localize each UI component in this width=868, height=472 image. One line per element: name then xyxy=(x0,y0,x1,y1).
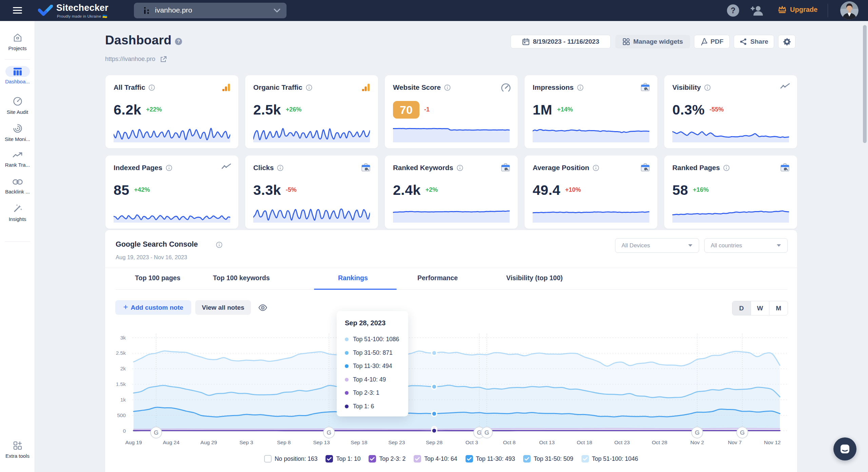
info-icon[interactable] xyxy=(166,165,172,171)
sidebar-item-site-audit[interactable]: Site Audit xyxy=(0,96,35,115)
google-update-marker[interactable]: G xyxy=(151,427,162,438)
view-all-notes-button[interactable]: View all notes xyxy=(195,300,251,315)
sparkline-chart xyxy=(672,206,789,223)
chart-legend: No position: 163Top 1: 10Top 2-3: 2Top 4… xyxy=(105,455,797,463)
google-analytics-icon xyxy=(221,83,231,92)
card-value: 2.4k xyxy=(393,181,421,199)
page-scrollbar-thumb[interactable] xyxy=(863,25,867,143)
tab-top-100-pages[interactable]: Top 100 pages xyxy=(135,274,180,282)
upgrade-button[interactable]: Upgrade xyxy=(777,5,817,14)
info-icon[interactable] xyxy=(149,84,155,91)
sidebar-item-insights[interactable]: Insights xyxy=(0,203,35,222)
checked-checkbox[interactable] xyxy=(369,455,376,463)
granularity-w[interactable]: W xyxy=(751,301,770,315)
legend-item-top-11-30[interactable]: Top 11-30: 493 xyxy=(466,455,515,463)
card-title: Indexed Pages xyxy=(114,164,172,172)
sparkline-chart xyxy=(533,125,649,142)
info-icon[interactable] xyxy=(277,165,283,171)
info-icon[interactable] xyxy=(593,165,599,171)
svg-text:G: G xyxy=(485,429,489,436)
share-button[interactable]: Share xyxy=(734,35,774,48)
metric-card-visibility: Visibility0.3%-55% xyxy=(664,75,797,148)
invite-user-icon[interactable] xyxy=(750,5,764,16)
countries-select[interactable]: All countries xyxy=(704,238,788,253)
dashboard-icon xyxy=(5,66,30,77)
app-logo[interactable]: Sitechecker xyxy=(56,3,108,13)
info-icon[interactable] xyxy=(306,84,312,91)
legend-label: Top 4-10: 64 xyxy=(424,455,457,463)
tooltip-series-value: Top 11-30: 494 xyxy=(353,363,392,370)
card-delta: +22% xyxy=(146,106,162,113)
series-color-dot xyxy=(345,405,349,408)
checked-checkbox[interactable] xyxy=(326,455,333,463)
info-icon[interactable] xyxy=(444,84,451,91)
info-icon[interactable] xyxy=(723,165,730,171)
checked-checkbox[interactable] xyxy=(414,455,421,463)
google-update-marker[interactable]: G xyxy=(323,427,335,438)
checked-checkbox[interactable] xyxy=(581,455,589,463)
checked-checkbox[interactable] xyxy=(523,455,531,463)
google-update-marker[interactable]: G xyxy=(692,427,703,438)
info-icon[interactable] xyxy=(216,242,222,248)
info-icon[interactable] xyxy=(457,165,463,171)
project-name: ivanhoe.pro xyxy=(155,6,192,14)
google-update-marker[interactable]: G xyxy=(481,427,492,438)
chat-launcher-button[interactable] xyxy=(833,437,856,460)
legend-label: Top 51-100: 1046 xyxy=(592,455,638,463)
tab-visibility-top-100[interactable]: Visibility (top 100) xyxy=(506,274,563,282)
crown-icon xyxy=(777,5,787,14)
tooltip-row: Top 2-3: 1 xyxy=(345,386,408,400)
metric-card-website-score: Website Score70-1 xyxy=(385,75,518,148)
sidebar-item-backlink[interactable]: Backlink ... xyxy=(0,177,35,194)
pdf-export-button[interactable]: PDF xyxy=(694,35,730,48)
rankings-stacked-area-chart[interactable]: 05001k1.5k2k2.5k3kAug 19Aug 24Aug 29Sep … xyxy=(112,324,790,452)
settings-button[interactable] xyxy=(778,35,795,48)
gear-icon xyxy=(783,38,791,46)
tab-performance[interactable]: Performance xyxy=(417,274,458,282)
help-icon[interactable]: ? xyxy=(727,4,739,17)
project-selector[interactable]: ivanhoe.pro xyxy=(134,3,287,18)
google-update-marker[interactable]: G xyxy=(737,427,748,438)
tooltip-row: Top 51-100: 1086 xyxy=(345,333,408,346)
card-value: 1M xyxy=(533,101,552,119)
sidebar-item-projects[interactable]: Projects xyxy=(0,33,35,51)
info-icon[interactable] xyxy=(577,84,584,91)
svg-text:Nov 2: Nov 2 xyxy=(690,439,704,445)
legend-item-top-51-100[interactable]: Top 51-100: 1046 xyxy=(581,455,638,463)
manage-widgets-button[interactable]: Manage widgets xyxy=(615,35,690,48)
user-avatar[interactable] xyxy=(840,1,859,20)
menu-hamburger-icon[interactable] xyxy=(13,7,22,14)
tab-top-100-keywords[interactable]: Top 100 keywords xyxy=(213,274,270,282)
checked-checkbox[interactable] xyxy=(466,455,473,463)
unchecked-checkbox[interactable] xyxy=(264,455,272,463)
sidebar-item-extra-tools[interactable]: Extra tools xyxy=(0,440,35,459)
legend-item-top-4-10[interactable]: Top 4-10: 64 xyxy=(414,455,457,463)
sidebar-item-rank-tra[interactable]: Rank Tra... xyxy=(0,150,35,168)
legend-item-top-1[interactable]: Top 1: 10 xyxy=(326,455,360,463)
legend-label: Top 31-50: 509 xyxy=(534,455,573,463)
granularity-m[interactable]: M xyxy=(769,301,788,315)
sidebar-item-site-moni[interactable]: Site Moni... xyxy=(0,123,35,142)
date-range-picker[interactable]: 8/19/2023 - 11/16/2023 xyxy=(511,35,611,48)
tab-rankings[interactable]: Rankings xyxy=(338,274,368,282)
upgrade-label: Upgrade xyxy=(790,6,817,14)
legend-item-no-position[interactable]: No position: 163 xyxy=(264,455,317,463)
page-title-help-icon[interactable]: ? xyxy=(175,38,182,45)
devices-select[interactable]: All Devices xyxy=(615,238,699,253)
sidebar-item-label: Site Moni... xyxy=(0,136,35,142)
tools-icon xyxy=(10,440,25,451)
external-link-icon[interactable] xyxy=(160,56,167,63)
legend-item-top-2-3[interactable]: Top 2-3: 2 xyxy=(369,455,406,463)
svg-text:1k: 1k xyxy=(120,397,126,403)
sidebar-item-dashboa[interactable]: Dashboa... xyxy=(0,66,35,84)
info-icon[interactable] xyxy=(704,84,711,91)
add-custom-note-button[interactable]: + Add custom note xyxy=(115,300,191,315)
tooltip-series-value: Top 31-50: 871 xyxy=(353,349,393,356)
gauge-icon xyxy=(501,83,510,92)
monitor-icon xyxy=(10,123,25,134)
eye-toggle-notes-icon[interactable] xyxy=(258,303,267,312)
card-title: Clicks xyxy=(253,164,283,172)
granularity-d[interactable]: D xyxy=(732,301,751,315)
legend-item-top-31-50[interactable]: Top 31-50: 509 xyxy=(523,455,573,463)
sitechecker-logo-icon xyxy=(38,5,53,17)
